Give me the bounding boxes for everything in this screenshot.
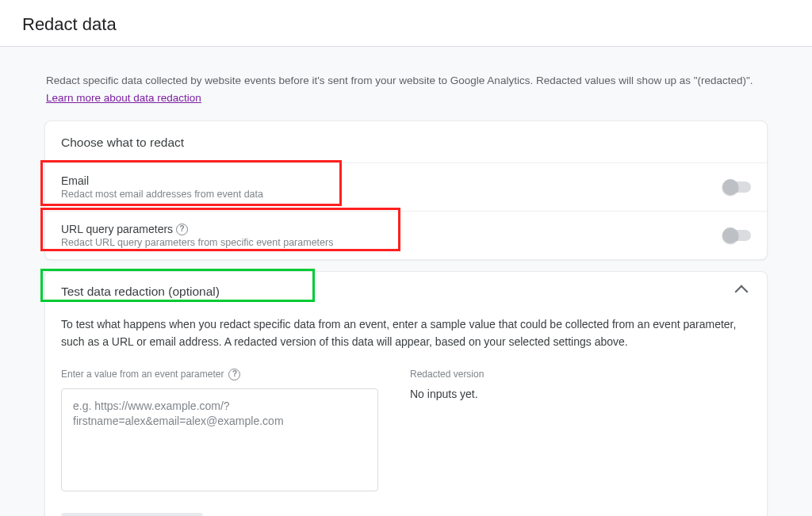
input-label-text: Enter a value from an event parameter bbox=[61, 369, 224, 380]
row-title: Email bbox=[61, 174, 263, 187]
toggle-email[interactable] bbox=[724, 182, 751, 193]
chevron-up-icon bbox=[735, 285, 749, 299]
intro-description: Redact specific data collected by websit… bbox=[46, 75, 753, 86]
choose-card: Choose what to redact Email Redact most … bbox=[44, 120, 768, 260]
preview-redacted-button[interactable]: Preview redacted data bbox=[61, 513, 203, 516]
test-card-header[interactable]: Test data redaction (optional) bbox=[45, 272, 767, 310]
toggle-url-params[interactable] bbox=[724, 230, 751, 241]
page-header: Redact data bbox=[0, 0, 812, 47]
content: Redact specific data collected by websit… bbox=[44, 72, 768, 516]
redact-row-url-params: URL query parameters Redact URL query pa… bbox=[45, 212, 767, 259]
help-icon[interactable] bbox=[176, 224, 188, 235]
redact-row-email: Email Redact most email addresses from e… bbox=[45, 163, 767, 212]
test-card-title: Test data redaction (optional) bbox=[61, 285, 220, 299]
page-body: Redact specific data collected by websit… bbox=[0, 47, 812, 516]
row-text: Email Redact most email addresses from e… bbox=[61, 174, 263, 200]
intro-text: Redact specific data collected by websit… bbox=[44, 72, 768, 106]
learn-more-link[interactable]: Learn more about data redaction bbox=[46, 92, 201, 104]
help-icon[interactable] bbox=[228, 369, 240, 380]
row-title-text: Email bbox=[61, 174, 89, 187]
test-description: To test what happens when you redact spe… bbox=[61, 316, 751, 350]
row-text: URL query parameters Redact URL query pa… bbox=[61, 223, 333, 248]
row-subtitle: Redact most email addresses from event d… bbox=[61, 189, 263, 200]
row-title: URL query parameters bbox=[61, 223, 333, 235]
choose-card-title: Choose what to redact bbox=[45, 121, 767, 163]
test-card-body: To test what happens when you redact spe… bbox=[45, 316, 767, 516]
test-columns: Enter a value from an event parameter Re… bbox=[61, 369, 751, 494]
row-subtitle: Redact URL query parameters from specifi… bbox=[61, 237, 333, 248]
redacted-label: Redacted version bbox=[410, 369, 751, 380]
test-card: Test data redaction (optional) To test w… bbox=[44, 271, 768, 516]
redacted-value: No inputs yet. bbox=[410, 388, 751, 400]
row-title-text: URL query parameters bbox=[61, 223, 173, 235]
test-col-input: Enter a value from an event parameter bbox=[61, 369, 378, 494]
test-col-output: Redacted version No inputs yet. bbox=[410, 369, 751, 494]
event-parameter-textarea[interactable] bbox=[61, 388, 378, 491]
page-title: Redact data bbox=[22, 14, 790, 35]
input-label: Enter a value from an event parameter bbox=[61, 369, 378, 380]
